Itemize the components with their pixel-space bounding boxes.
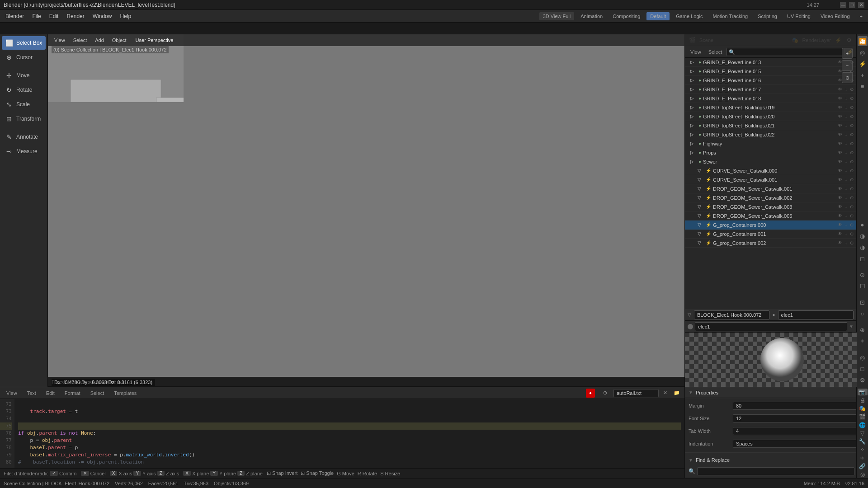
- menu-render[interactable]: Render: [63, 12, 88, 21]
- outliner-item-action[interactable]: ⊙: [849, 204, 854, 209]
- outliner-item-action[interactable]: ↓: [844, 96, 848, 101]
- key-confirm[interactable]: ✓: [50, 471, 58, 476]
- outliner-item-action[interactable]: 👁: [837, 105, 843, 110]
- workspace-compositing[interactable]: Compositing: [609, 12, 644, 20]
- viewport-icon-transform-orient[interactable]: ⌖: [858, 336, 868, 346]
- viewport-icon-header[interactable]: ≡: [858, 81, 868, 91]
- outliner-item-action[interactable]: 👁: [837, 204, 843, 209]
- outliner-item-action[interactable]: ⊙: [849, 186, 854, 191]
- outliner-item-action[interactable]: ↓: [844, 177, 848, 182]
- viewport-icon-filter[interactable]: ⚡: [858, 59, 868, 69]
- te-menu-templates[interactable]: Templates: [110, 389, 140, 397]
- outliner-item-action[interactable]: ↓: [844, 105, 848, 110]
- key-y-plane[interactable]: Y: [210, 471, 218, 476]
- tool-annotate[interactable]: ✎ Annotate: [2, 130, 46, 144]
- outliner-item-action[interactable]: 👁: [837, 186, 843, 191]
- viewport-icon-select[interactable]: ◎: [858, 47, 868, 57]
- outliner-item[interactable]: ▷●GRIND_topStreet_Buildings.021👁↓⊙: [685, 121, 856, 130]
- outliner-item-action[interactable]: ⊙: [849, 168, 854, 173]
- outliner-item[interactable]: ▽⚡G_prop_Containers.002👁↓⊙: [685, 239, 856, 248]
- outliner-item[interactable]: ▷●GRIND_E_PowerLine.016👁↓⊙: [685, 76, 856, 85]
- props-icon-physics[interactable]: ⚛: [858, 455, 868, 461]
- prop-indentation-value[interactable]: Spaces: [733, 440, 864, 448]
- outliner-item-action[interactable]: ⊙: [849, 159, 854, 164]
- find-replace-collapse[interactable]: ▼: [689, 458, 693, 463]
- menu-help[interactable]: Help: [116, 12, 135, 21]
- outliner-item-action[interactable]: ⊙: [849, 177, 854, 182]
- outliner-item[interactable]: ▽⚡DROP_GEOM_Sewer_Catwalk.001👁↓⊙: [685, 184, 856, 193]
- outliner-item-action[interactable]: ↓: [844, 195, 848, 200]
- outliner-item[interactable]: ▽⚡DROP_GEOM_Sewer_Catwalk.002👁↓⊙: [685, 193, 856, 202]
- outliner-item-action[interactable]: ⊙: [849, 240, 854, 245]
- outliner-item[interactable]: ▽⚡G_prop_Containers.001👁↓⊙: [685, 230, 856, 239]
- te-menu-format[interactable]: Format: [61, 389, 84, 397]
- outliner-item-action[interactable]: ⊙: [849, 105, 854, 110]
- outliner-item[interactable]: ▽⚡CURVE_Sewer_Catwalk.000👁↓⊙: [685, 166, 856, 175]
- menu-window[interactable]: Window: [89, 12, 116, 21]
- viewport-icon-snap[interactable]: ⊡: [858, 297, 868, 307]
- viewport-menu-view[interactable]: View: [52, 37, 68, 44]
- key-z[interactable]: Z: [157, 471, 165, 476]
- viewport-icon-overlay[interactable]: ⊙: [858, 270, 868, 280]
- outliner-item[interactable]: ▷●Props👁↓⊙: [685, 148, 856, 157]
- section-collapse-icon[interactable]: ▼: [689, 390, 693, 395]
- te-file-selector[interactable]: ⊕: [599, 389, 611, 397]
- workspace-motion-tracking[interactable]: Motion Tracking: [709, 12, 752, 20]
- te-close[interactable]: ✕: [661, 389, 669, 397]
- outliner-item[interactable]: ▷●GRIND_topStreet_Buildings.022👁↓⊙: [685, 130, 856, 139]
- outliner-item[interactable]: ▷●Highway👁↓⊙: [685, 139, 856, 148]
- outliner-item[interactable]: ▷●GRIND_topStreet_Buildings.020👁↓⊙: [685, 112, 856, 121]
- outliner-item-action[interactable]: ↓: [844, 168, 848, 173]
- outliner-item-action[interactable]: ⊙: [849, 114, 854, 119]
- outliner-item-action[interactable]: ⊙: [849, 96, 854, 101]
- workspace-default[interactable]: Default: [646, 12, 670, 20]
- viewport-menu-add[interactable]: Add: [92, 37, 107, 44]
- outliner-item[interactable]: ▽⚡CURVE_Sewer_Catwalk.001👁↓⊙: [685, 175, 856, 184]
- props-icon-particles[interactable]: ⁘: [858, 446, 868, 453]
- outliner-select-btn[interactable]: Select: [706, 48, 725, 56]
- viewport-icon-material-mode[interactable]: ◑: [858, 231, 868, 241]
- outliner-item[interactable]: ▷●GRIND_E_PowerLine.018👁↓⊙: [685, 94, 856, 103]
- workspace-uv-editing[interactable]: UV Editing: [783, 12, 814, 20]
- tool-scale[interactable]: ⤡ Scale: [2, 98, 46, 111]
- outliner-item-action[interactable]: ↓: [844, 213, 848, 218]
- outliner-item-action[interactable]: 👁: [837, 132, 843, 137]
- menu-file[interactable]: File: [28, 12, 44, 21]
- props-icon-object[interactable]: ▽: [858, 430, 868, 436]
- viewport-icon-look-dev[interactable]: ◑: [858, 242, 868, 252]
- te-run-icon[interactable]: ●: [586, 389, 595, 398]
- outliner-item-action[interactable]: ↓: [844, 222, 848, 227]
- object-data-name-input[interactable]: [778, 310, 854, 319]
- outliner-item-action[interactable]: ⊙: [849, 150, 854, 155]
- outliner-item-action[interactable]: 👁: [837, 87, 843, 92]
- viewport-icon-xray[interactable]: ☐: [858, 281, 868, 291]
- menu-blender[interactable]: Blender: [2, 12, 28, 21]
- te-open-folder[interactable]: 📁: [672, 389, 682, 397]
- te-menu-text[interactable]: Text: [24, 389, 40, 397]
- outliner-item-action[interactable]: ↓: [844, 150, 848, 155]
- outliner-item-action[interactable]: 👁: [837, 123, 843, 128]
- outliner-item[interactable]: ▷●GRIND_E_PowerLine.013👁↓⊙: [685, 58, 856, 67]
- outliner-item-action[interactable]: ⊙: [849, 141, 854, 146]
- viewport-icon-settings[interactable]: ⚙: [858, 375, 868, 385]
- nav-zoom-in[interactable]: +: [842, 48, 853, 59]
- object-name-input[interactable]: [694, 310, 769, 319]
- props-icon-output[interactable]: 🖨: [858, 397, 868, 404]
- text-editor-filename[interactable]: autoRail.txt: [613, 389, 659, 397]
- find-input[interactable]: [697, 467, 854, 475]
- tool-select-box[interactable]: ⬜ Select Box: [2, 36, 46, 50]
- outliner-item-action[interactable]: 👁: [837, 150, 843, 155]
- props-icon-world[interactable]: 🌐: [858, 422, 868, 428]
- minimize-button[interactable]: —: [840, 2, 846, 8]
- outliner-item-action[interactable]: 👁: [837, 114, 843, 119]
- props-icon-view-layer[interactable]: 🎭: [858, 405, 868, 412]
- tool-move[interactable]: ✛ Move: [2, 69, 46, 82]
- maximize-button[interactable]: □: [849, 2, 855, 8]
- key-z-plane[interactable]: Z: [237, 471, 245, 476]
- viewport-icon-view[interactable]: 🎦: [858, 36, 868, 46]
- viewport-icon-prop-edit[interactable]: ○: [858, 309, 868, 319]
- tool-rotate[interactable]: ↻ Rotate: [2, 83, 46, 97]
- outliner-item-action[interactable]: 👁: [837, 213, 843, 218]
- outliner-item-action[interactable]: ⊙: [849, 132, 854, 137]
- material-expand[interactable]: ▼: [849, 324, 854, 329]
